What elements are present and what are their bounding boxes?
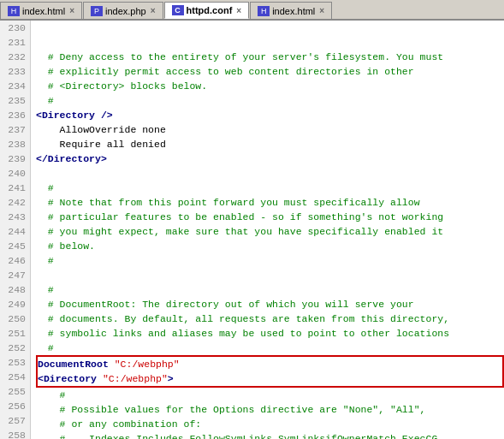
code-line: # bbox=[36, 388, 504, 402]
comment-text: # Possible values for the Options direct… bbox=[36, 404, 425, 415]
line-number: 244 bbox=[4, 224, 26, 239]
comment-text: # or any combination of: bbox=[36, 418, 201, 430]
line-number: 245 bbox=[4, 239, 26, 253]
tab-icon: H bbox=[258, 6, 270, 16]
code-line bbox=[36, 268, 504, 282]
tab-httpd-conf[interactable]: Chttpd.conf× bbox=[164, 2, 250, 19]
comment-text: # you might expect, make sure that you h… bbox=[36, 226, 443, 237]
tab-close[interactable]: × bbox=[236, 6, 241, 15]
tab-icon: H bbox=[8, 6, 20, 16]
line-number: 256 bbox=[4, 399, 26, 413]
tab-label: index.html bbox=[272, 6, 315, 16]
code-line: # bbox=[36, 282, 504, 297]
line-number: 232 bbox=[4, 50, 26, 64]
code-line: <Directory /> bbox=[36, 108, 504, 122]
comment-text: # bbox=[36, 342, 54, 353]
line-number: 236 bbox=[4, 108, 26, 122]
code-line: # or any combination of: bbox=[36, 417, 504, 431]
line-number: 251 bbox=[4, 326, 26, 341]
line-number: 248 bbox=[4, 282, 26, 297]
code-line: AllowOverride none bbox=[36, 122, 504, 137]
line-number: 237 bbox=[4, 122, 26, 137]
tab-label: index.html bbox=[22, 6, 65, 16]
comment-text: # below. bbox=[36, 240, 95, 252]
code-line: # documents. By default, all requests ar… bbox=[36, 311, 504, 326]
tab-close[interactable]: × bbox=[319, 6, 324, 15]
line-number: 247 bbox=[4, 268, 26, 282]
directive-text: </Directory> bbox=[36, 153, 107, 164]
directive-close: > bbox=[168, 373, 174, 384]
directive-text: <Directory /> bbox=[36, 110, 113, 121]
line-number: 235 bbox=[4, 93, 26, 108]
comment-text: # bbox=[36, 95, 54, 106]
comment-text: # bbox=[36, 182, 54, 193]
code-line: # you might expect, make sure that you h… bbox=[36, 224, 504, 239]
line-number: 252 bbox=[4, 341, 26, 355]
string-value: "C:/webphp" bbox=[115, 359, 180, 370]
comment-text: # bbox=[36, 255, 54, 266]
comment-text: # bbox=[36, 389, 66, 400]
code-line: # below. bbox=[36, 239, 504, 253]
code-line: <Directory "C:/webphp"> bbox=[36, 371, 504, 388]
line-number: 240 bbox=[4, 166, 26, 181]
line-number: 250 bbox=[4, 311, 26, 326]
code-area: 2302312322332342352362372382392402412422… bbox=[0, 21, 504, 439]
comment-text: # Deny access to the entirety of your se… bbox=[36, 51, 443, 62]
tab-index-html-1[interactable]: Hindex.html× bbox=[0, 2, 82, 19]
code-line: Require all denied bbox=[36, 137, 504, 151]
tab-bar: Hindex.html×Pindex.php×Chttpd.conf×Hinde… bbox=[0, 0, 504, 21]
line-number: 243 bbox=[4, 210, 26, 224]
line-number: 258 bbox=[4, 428, 26, 439]
comment-text: # <Directory> blocks below. bbox=[36, 80, 207, 92]
code-line: # bbox=[36, 93, 504, 108]
tab-index-php[interactable]: Pindex.php× bbox=[83, 2, 163, 19]
tab-label: httpd.conf bbox=[187, 5, 233, 15]
directive-text: <Directory bbox=[38, 373, 103, 384]
string-value: "C:/webphp" bbox=[103, 373, 168, 384]
line-number: 234 bbox=[4, 79, 26, 93]
code-line: # symbolic links and aliases may be used… bbox=[36, 326, 504, 341]
line-number: 255 bbox=[4, 384, 26, 399]
line-number: 246 bbox=[4, 253, 26, 268]
line-number: 254 bbox=[4, 370, 26, 384]
code-line: # bbox=[36, 253, 504, 268]
tab-close[interactable]: × bbox=[69, 6, 74, 15]
line-number: 257 bbox=[4, 413, 26, 428]
line-numbers: 2302312322332342352362372382392402412422… bbox=[0, 21, 31, 439]
line-number: 230 bbox=[4, 21, 26, 35]
tab-close[interactable]: × bbox=[151, 6, 156, 15]
code-line: # Possible values for the Options direct… bbox=[36, 402, 504, 417]
line-number: 238 bbox=[4, 137, 26, 151]
code-line: # bbox=[36, 181, 504, 195]
tab-icon: C bbox=[172, 5, 184, 15]
comment-text: # explicitly permit access to web conten… bbox=[36, 66, 414, 77]
tab-label: index.php bbox=[105, 6, 146, 16]
line-number: 241 bbox=[4, 181, 26, 195]
code-line bbox=[36, 166, 504, 181]
line-number: 239 bbox=[4, 151, 26, 166]
code-line: # particular features to be enabled - so… bbox=[36, 210, 504, 224]
code-line: # bbox=[36, 341, 504, 355]
comment-text: # DocumentRoot: The directory out of whi… bbox=[36, 299, 414, 310]
code-line: # DocumentRoot: The directory out of whi… bbox=[36, 297, 504, 311]
tab-index-html-2[interactable]: Hindex.html× bbox=[250, 2, 332, 19]
code-line: # Indexes Includes FollowSymLinks SymLin… bbox=[36, 431, 504, 439]
code-line: # <Directory> blocks below. bbox=[36, 79, 504, 93]
line-number: 242 bbox=[4, 195, 26, 210]
comment-text: # symbolic links and aliases may be used… bbox=[36, 328, 449, 339]
line-number: 231 bbox=[4, 35, 26, 50]
code-line: # Deny access to the entirety of your se… bbox=[36, 50, 504, 64]
editor: 2302312322332342352362372382392402412422… bbox=[0, 21, 504, 439]
code-line: # explicitly permit access to web conten… bbox=[36, 64, 504, 79]
directive-text: DocumentRoot bbox=[38, 359, 115, 370]
line-number: 249 bbox=[4, 297, 26, 311]
line-number: 253 bbox=[4, 355, 26, 370]
comment-text: # Indexes Includes FollowSymLinks SymLin… bbox=[36, 433, 437, 439]
line-number: 233 bbox=[4, 64, 26, 79]
code-line: # Note that from this point forward you … bbox=[36, 195, 504, 210]
comment-text: # bbox=[36, 284, 54, 295]
code-line: </Directory> bbox=[36, 151, 504, 166]
comment-text: # documents. By default, all requests ar… bbox=[36, 313, 449, 324]
code-content: # Deny access to the entirety of your se… bbox=[31, 21, 504, 439]
code-line: DocumentRoot "C:/webphp" bbox=[36, 355, 504, 371]
